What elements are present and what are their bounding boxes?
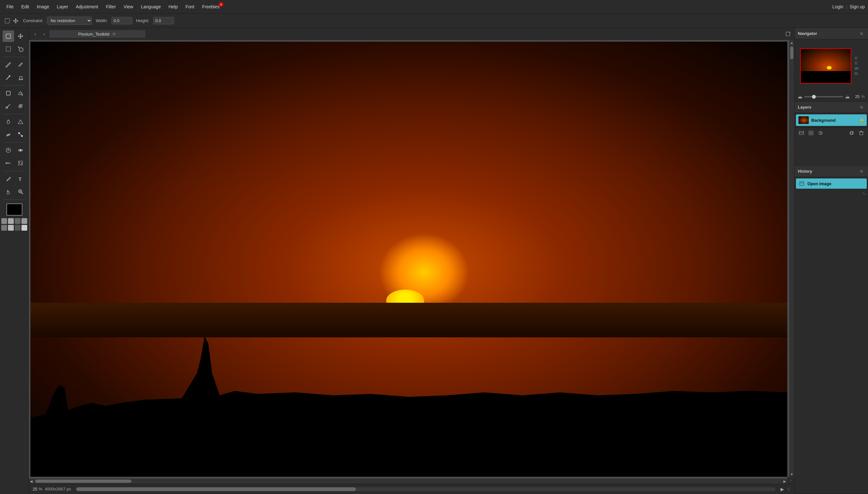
zoom-minus-icon[interactable]: ⛰ [798, 94, 802, 99]
zoom-value: 25 [33, 487, 37, 491]
foreground-color[interactable] [6, 204, 22, 215]
history-item-icon [798, 180, 805, 187]
left-toolbar: ▾ [0, 28, 29, 494]
tab-next-button[interactable]: › [40, 30, 48, 38]
tool-vector[interactable] [15, 129, 26, 140]
menu-image[interactable]: Image [34, 3, 53, 11]
layers-close-button[interactable]: ✕ [859, 104, 865, 111]
tool-fill[interactable] [15, 88, 26, 99]
svg-rect-33 [850, 132, 853, 135]
tool-eyedropper[interactable] [3, 59, 14, 71]
grid-color-8[interactable] [21, 225, 27, 231]
history-title: History [798, 169, 859, 174]
tool-liquefy[interactable] [3, 100, 14, 112]
panel-bottom-area: ⤡ [795, 190, 868, 197]
height-input[interactable] [153, 17, 174, 24]
vertical-scrollbar[interactable]: ▲ ▼ [789, 40, 794, 477]
tool-burn[interactable] [3, 145, 14, 156]
tool-zoom[interactable] [15, 186, 26, 197]
scroll-down-button[interactable]: ▼ [789, 472, 794, 477]
history-close-button[interactable]: ✕ [859, 168, 865, 175]
toolbar-move-icon[interactable] [12, 17, 19, 24]
layer-effects-button[interactable] [816, 129, 825, 137]
width-input[interactable] [112, 17, 132, 24]
layer-copy-button[interactable] [848, 129, 856, 137]
menu-layer[interactable]: Layer [54, 3, 72, 11]
tool-rect-shape[interactable] [3, 88, 14, 99]
vertical-scroll-thumb[interactable] [790, 46, 793, 59]
svg-rect-26 [786, 32, 790, 36]
layer-item-background[interactable]: Background 🔒 [796, 114, 867, 126]
grid-color-3[interactable] [15, 218, 20, 224]
tool-clone[interactable] [15, 100, 26, 112]
navigator-info: X: Y: W: H: [851, 55, 862, 77]
zoom-slider[interactable] [804, 96, 843, 97]
navigator-close-button[interactable]: ✕ [859, 31, 865, 37]
horizontal-scroll-thumb[interactable] [35, 480, 131, 483]
navigator-panel: Navigator ✕ X: Y: [795, 28, 868, 101]
menu-filter[interactable]: Filter [103, 3, 119, 11]
history-item-open-image[interactable]: Open image [796, 178, 867, 189]
tool-hand[interactable] [3, 186, 14, 197]
menu-view[interactable]: View [120, 3, 136, 11]
nav-h-label: H: [854, 72, 859, 76]
constraint-select[interactable]: No restriction [47, 17, 92, 25]
canvas-tab-active[interactable]: Pixolum_Testbild ✕ [49, 30, 146, 38]
tool-redeye[interactable] [15, 145, 26, 156]
scroll-up-button[interactable]: ▲ [789, 40, 794, 45]
grid-color-1[interactable] [1, 218, 7, 224]
menu-help[interactable]: Help [165, 3, 181, 11]
menu-file[interactable]: File [3, 3, 17, 11]
zoom-slider-thumb[interactable] [812, 95, 816, 99]
layers-title: Layers [798, 105, 859, 110]
menu-edit[interactable]: Edit [18, 3, 32, 11]
tool-smear[interactable] [3, 129, 14, 140]
layer-group-button[interactable] [797, 129, 806, 137]
menu-freebies[interactable]: Freebies 5 [199, 3, 223, 11]
history-item-label: Open image [808, 181, 831, 186]
grid-color-5[interactable] [1, 225, 7, 231]
canvas-tab-close-button[interactable]: ✕ [112, 32, 117, 37]
layer-add-button[interactable] [807, 129, 815, 137]
canvas-scroll-area[interactable]: ▲ ▼ ◀ ▶ ⤡ [29, 40, 794, 484]
tool-select-freeform[interactable] [3, 43, 14, 55]
tool-warp[interactable] [3, 157, 14, 169]
status-scroll-thumb[interactable] [76, 487, 356, 491]
status-scroll-bar[interactable] [76, 487, 775, 491]
canvas-image [31, 42, 787, 477]
signup-link[interactable]: Sign up [850, 4, 865, 9]
tool-move[interactable] [15, 31, 26, 42]
menu-language[interactable]: Language [138, 3, 164, 11]
tool-pen-tip[interactable] [3, 173, 14, 185]
scroll-right-button[interactable]: ▶ [782, 479, 787, 484]
resize-icon: ⤡ [862, 191, 865, 196]
toolbar-select-icon[interactable] [4, 17, 11, 24]
scroll-left-button[interactable]: ◀ [29, 479, 34, 484]
tool-dropper-small[interactable] [3, 116, 14, 128]
grid-color-2[interactable] [8, 218, 14, 224]
width-label: Width: [96, 18, 108, 23]
tool-select-rect[interactable]: ▾ [3, 31, 14, 42]
nav-w-label: W: [854, 66, 859, 71]
menu-font[interactable]: Font [182, 3, 198, 11]
status-end-button[interactable]: ▶ [780, 487, 784, 492]
tool-magic-select[interactable] [15, 43, 26, 55]
grid-color-4[interactable] [21, 218, 27, 224]
tool-triangle[interactable] [15, 116, 26, 128]
grid-color-7[interactable] [15, 225, 20, 231]
tool-text[interactable]: T [15, 173, 26, 185]
layer-delete-button[interactable] [857, 129, 865, 137]
tab-prev-button[interactable]: ‹ [32, 30, 39, 38]
tool-brush[interactable] [3, 72, 14, 83]
tool-stamp[interactable] [15, 72, 26, 83]
tool-transform2[interactable] [15, 157, 26, 169]
menu-adjustment[interactable]: Adjustment [73, 3, 101, 11]
canvas-area: ‹ › Pixolum_Testbild ✕ [29, 28, 794, 494]
horizontal-scrollbar[interactable]: ◀ ▶ [29, 479, 787, 484]
tool-pencil[interactable] [15, 59, 26, 71]
canvas-expand-button[interactable] [784, 30, 792, 38]
svg-point-4 [19, 48, 23, 52]
zoom-plus-icon[interactable]: ⛰ [845, 94, 850, 99]
grid-color-6[interactable] [8, 225, 14, 231]
login-link[interactable]: Login [832, 4, 843, 9]
